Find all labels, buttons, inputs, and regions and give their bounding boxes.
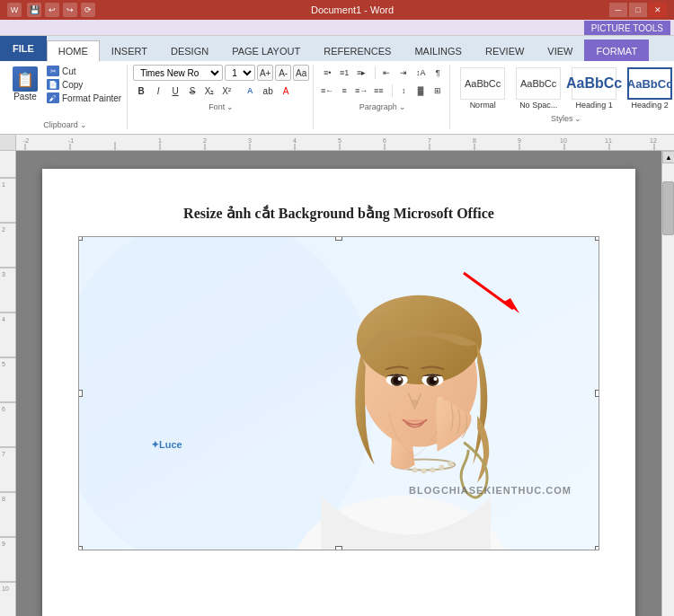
copy-button[interactable]: 📄 Copy	[45, 78, 123, 91]
font-color-button[interactable]: A	[278, 83, 294, 99]
refresh-icon[interactable]: ⟳	[81, 3, 95, 17]
maximize-button[interactable]: □	[629, 3, 647, 17]
underline-button[interactable]: U	[167, 83, 183, 99]
font-name-select[interactable]: Times New Ro	[133, 65, 223, 81]
clipboard-row: 📋 Paste ✂ Cut 📄 Copy 🖌 Format Painter	[7, 65, 123, 119]
tab-page-layout[interactable]: PAGE LAYOUT	[220, 40, 312, 61]
minimize-button[interactable]: ─	[609, 3, 627, 17]
handle-bottom-right[interactable]	[595, 546, 599, 550]
bold-button[interactable]: B	[133, 83, 149, 99]
borders-button[interactable]: ⊞	[430, 83, 446, 99]
undo-icon[interactable]: ↩	[45, 3, 59, 17]
font-size-select[interactable]: 14	[225, 65, 255, 81]
font-case-button[interactable]: Aa	[293, 65, 309, 81]
handle-top-right[interactable]	[595, 236, 599, 241]
para-expand-icon[interactable]: ⌄	[399, 102, 406, 111]
format-painter-label: Format Painter	[62, 93, 121, 103]
watermark: BLOGCHIASEKIENTHUC.COM	[409, 485, 572, 496]
align-center-button[interactable]: ≡	[336, 83, 352, 99]
highlight-button[interactable]: ab	[260, 83, 276, 99]
styles-row: AaBbCc Normal AaBbCc No Spac... AaBbCc H…	[456, 65, 674, 112]
arrow-svg	[455, 264, 527, 318]
bullets-button[interactable]: ≡•	[319, 65, 335, 81]
tab-mailings[interactable]: MAILINGS	[403, 40, 474, 61]
word-icon: W	[7, 3, 22, 17]
style-no-spacing-preview: AaBbCc	[516, 67, 561, 100]
handle-mid-right[interactable]	[595, 390, 599, 397]
para-row2: ≡← ≡ ≡→ ≡≡ ↕ ▓ ⊞	[319, 83, 446, 99]
numbering-button[interactable]: ≡1	[336, 65, 352, 81]
svg-text:10: 10	[2, 585, 9, 592]
svg-text:6: 6	[2, 406, 5, 412]
font-row2: B I U S X₂ X² A ab A	[133, 83, 309, 99]
tab-insert[interactable]: INSERT	[100, 40, 159, 61]
clipboard-expand-icon[interactable]: ⌄	[80, 120, 87, 129]
tab-review[interactable]: REVIEW	[474, 40, 536, 61]
picture-tools-bar: PICTURE TOOLS	[0, 20, 674, 36]
redo-icon[interactable]: ↪	[63, 3, 77, 17]
multilevel-button[interactable]: ≡▸	[353, 65, 369, 81]
handle-top-center[interactable]	[335, 236, 342, 241]
save-icon[interactable]: 💾	[27, 3, 41, 17]
tab-design[interactable]: DESIGN	[159, 40, 220, 61]
text-effect-button[interactable]: A	[242, 83, 258, 99]
scroll-up-button[interactable]: ▲	[662, 151, 674, 163]
svg-text:11: 11	[605, 137, 612, 144]
paste-button[interactable]: 📋 Paste	[7, 65, 43, 103]
svg-marker-50	[504, 298, 519, 313]
handle-bottom-left[interactable]	[78, 546, 83, 550]
show-marks-button[interactable]: ¶	[430, 65, 446, 81]
image-container[interactable]: ✦Luce BLOGCHIASEKIENTHUC.COM	[78, 236, 599, 550]
strikethrough-button[interactable]: S	[184, 83, 200, 99]
styles-expand-icon[interactable]: ⌄	[574, 114, 581, 123]
ruler-container: -2 -1 1 2 3 4 5 6 7 8	[0, 135, 674, 151]
close-button[interactable]: ✕	[649, 3, 667, 17]
copy-icon: 📄	[47, 79, 59, 90]
align-right-button[interactable]: ≡→	[353, 83, 369, 99]
handle-top-left[interactable]	[78, 236, 83, 241]
cut-button[interactable]: ✂ Cut	[45, 65, 123, 77]
line-spacing-button[interactable]: ↕	[395, 83, 412, 99]
font-increase-button[interactable]: A+	[257, 65, 273, 81]
scrollbar-thumb[interactable]	[662, 181, 674, 235]
font-decrease-button[interactable]: A-	[275, 65, 291, 81]
paste-label: Paste	[13, 92, 37, 101]
tab-references[interactable]: REFERENCES	[312, 40, 403, 61]
window-title: Document1 - Word	[311, 4, 394, 15]
shading-button[interactable]: ▓	[412, 83, 429, 99]
style-heading2[interactable]: AaBbCc Heading 2	[623, 65, 674, 112]
increase-indent-button[interactable]: ⇥	[395, 65, 412, 81]
handle-bottom-center[interactable]	[335, 546, 342, 550]
font-section-label: Font ⌄	[133, 102, 309, 111]
style-normal[interactable]: AaBbCc Normal	[456, 65, 510, 112]
style-heading1[interactable]: AaBbCc Heading 1	[567, 65, 621, 112]
style-no-spacing[interactable]: AaBbCc No Spac...	[511, 65, 565, 112]
sort-button[interactable]: ↕A	[412, 65, 429, 81]
decrease-indent-button[interactable]: ⇤	[378, 65, 395, 81]
font-section: Times New Ro 14 A+ A- Aa B I U S X₂ X² A…	[129, 65, 314, 129]
format-painter-button[interactable]: 🖌 Format Painter	[45, 92, 123, 104]
doc-area[interactable]: Resize ảnh cắt Background bằng Microsoft…	[16, 151, 661, 616]
tab-file[interactable]: FILE	[0, 36, 47, 61]
format-painter-icon: 🖌	[47, 92, 59, 103]
handle-mid-left[interactable]	[78, 390, 83, 397]
superscript-button[interactable]: X²	[218, 83, 235, 99]
svg-text:1: 1	[158, 137, 162, 144]
tab-home[interactable]: HOME	[47, 40, 100, 62]
picture-tools-label: PICTURE TOOLS	[584, 21, 670, 35]
italic-button[interactable]: I	[150, 83, 166, 99]
tab-view[interactable]: VIEW	[536, 40, 584, 61]
svg-point-71	[433, 377, 437, 381]
vertical-scrollbar[interactable]: ▲	[661, 151, 674, 616]
svg-text:2: 2	[2, 226, 5, 233]
font-expand-icon[interactable]: ⌄	[226, 102, 234, 111]
svg-text:6: 6	[383, 137, 386, 144]
quick-access-toolbar: 💾 ↩ ↪ ⟳	[27, 3, 95, 17]
clipboard-section: 📋 Paste ✂ Cut 📄 Copy 🖌 Format Painter	[4, 65, 128, 129]
align-left-button[interactable]: ≡←	[319, 83, 335, 99]
justify-button[interactable]: ≡≡	[370, 83, 386, 99]
svg-point-58	[421, 469, 426, 474]
tab-format[interactable]: FORMAT	[584, 40, 649, 61]
svg-text:8: 8	[473, 137, 476, 144]
subscript-button[interactable]: X₂	[201, 83, 217, 99]
